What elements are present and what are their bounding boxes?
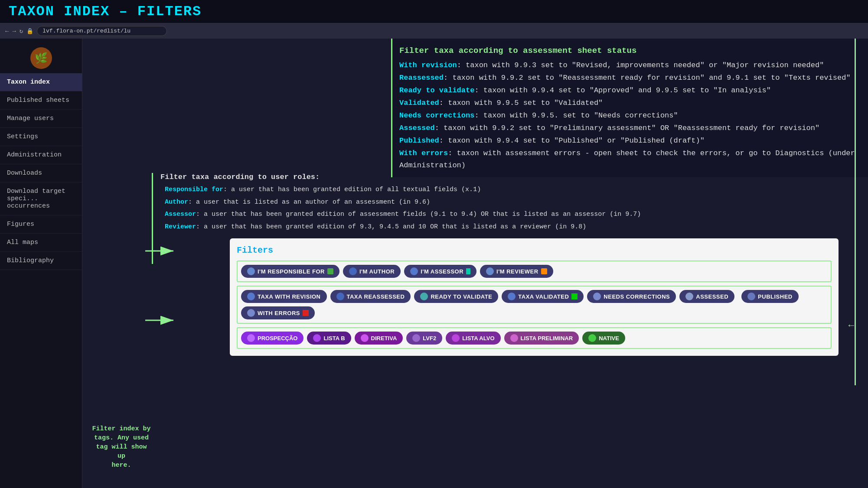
filter-listaalvo-btn[interactable]: LISTA ALVO: [446, 332, 500, 345]
sidebar-item-label: Taxon index: [7, 78, 50, 86]
sidebar-item-label: Figures: [7, 221, 34, 228]
main-layout: 🌿 Taxon index Published sheets Manage us…: [0, 39, 868, 488]
filter-reviewer-btn[interactable]: I'M REVIEWER: [480, 265, 553, 278]
sidebar-item-bibliography[interactable]: Bibliography: [0, 252, 82, 270]
filter-lvf2-btn[interactable]: LVF2: [406, 332, 442, 345]
filter-status-tooltip: Filter taxa according to assessment shee…: [391, 39, 868, 177]
sidebar-item-label: Downloads: [7, 169, 42, 177]
sidebar-item-label: All maps: [7, 239, 38, 246]
browser-bar: ← → ↻ 🔒 lvf.flora-on.pt/redlist/lu: [0, 23, 868, 39]
lock-icon: 🔒: [26, 28, 33, 35]
status-filter-row: TAXA WITH REVISION TAXA REASSESSED READY…: [237, 286, 832, 324]
tooltip-item-3: Ready to validate: taxon with 9.9.4 set …: [399, 85, 861, 97]
tooltip-item-5: Needs corrections: taxon with 9.9.5. set…: [399, 110, 861, 122]
tooltip-item-8: With errors: taxon with assessment error…: [399, 147, 861, 172]
user-roles-title: Filter taxa according to user roles:: [160, 173, 847, 181]
sidebar: 🌿 Taxon index Published sheets Manage us…: [0, 39, 82, 488]
filter-diretiva-btn[interactable]: DIRETIVA: [355, 332, 403, 345]
sidebar-item-figures[interactable]: Figures: [0, 215, 82, 234]
url-bar[interactable]: lvf.flora-on.pt/redlist/lu: [37, 26, 167, 36]
filter-published-btn[interactable]: PUBLISHED: [741, 290, 799, 303]
filter-corrections-btn[interactable]: NEEDS CORRECTIONS: [587, 290, 676, 303]
filter-assessed-btn[interactable]: ASSESSED: [679, 290, 734, 303]
forward-button[interactable]: →: [12, 28, 16, 35]
filters-panel: Filters I'M RESPONSIBLE FOR I'M AUTHOR: [230, 238, 839, 356]
title-bar: Taxon index – filters: [0, 0, 868, 23]
sidebar-item-administration[interactable]: Administration: [0, 146, 82, 164]
tooltip-item-2: Reassessed: taxon with 9.9.2 set to "Rea…: [399, 72, 861, 85]
sidebar-item-manage-users[interactable]: Manage users: [0, 110, 82, 128]
sidebar-item-published-sheets[interactable]: Published sheets: [0, 91, 82, 110]
sidebar-item-label: Administration: [7, 151, 62, 159]
filter-revision-btn[interactable]: TAXA WITH REVISION: [241, 290, 327, 303]
tag-filter-row: PROSPECÇÃO LISTA B DIRETIVA: [237, 327, 832, 349]
filter-listab-btn[interactable]: LISTA B: [307, 332, 351, 345]
tooltip-item-1: With revision: taxon with 9.9.3 set to "…: [399, 59, 861, 72]
filter-author-btn[interactable]: I'M AUTHOR: [343, 265, 401, 278]
sidebar-logo: 🌿: [30, 47, 52, 69]
back-button[interactable]: ←: [5, 28, 9, 35]
filter-native-btn[interactable]: NATIVE: [582, 332, 625, 345]
filter-errors-btn[interactable]: WITH ERRORS: [241, 306, 315, 319]
content-area: Filter taxa according to assessment shee…: [82, 39, 868, 488]
sidebar-item-label: Manage users: [7, 115, 54, 122]
tooltip-item-6: Assessed: taxon with 9.9.2 set to "Preli…: [399, 122, 861, 135]
sidebar-item-all-maps[interactable]: All maps: [0, 234, 82, 252]
tooltip-title: Filter taxa according to assessment shee…: [399, 44, 861, 58]
sidebar-item-label: Download target speci... occurrences: [7, 188, 65, 210]
filter-validate-btn[interactable]: READY TO VALIDATE: [414, 290, 498, 303]
tooltip-item-4: Validated: taxon with 9.9.5 set to "Vali…: [399, 97, 861, 110]
refresh-button[interactable]: ↻: [20, 27, 23, 35]
sidebar-item-settings[interactable]: Settings: [0, 128, 82, 146]
filter-prosp-btn[interactable]: PROSPECÇÃO: [241, 332, 303, 345]
page-title: Taxon index – filters: [9, 3, 202, 20]
filter-validated-btn[interactable]: TAXA VALIDATED: [502, 290, 584, 303]
filter-assessor-btn[interactable]: I'M ASSESSOR: [404, 265, 476, 278]
filter-preliminar-btn[interactable]: LISTA PRELIMINAR: [504, 332, 579, 345]
filter-reassessed-btn[interactable]: TAXA REASSESSED: [330, 290, 411, 303]
filter-responsible-btn[interactable]: I'M RESPONSIBLE FOR: [241, 265, 339, 278]
role-filter-row: I'M RESPONSIBLE FOR I'M AUTHOR I'M ASSES…: [237, 260, 832, 282]
sidebar-item-download-target[interactable]: Download target speci... occurrences: [0, 182, 82, 215]
sidebar-item-label: Published sheets: [7, 97, 69, 104]
role-descriptions: Responsible for: a user that has been gr…: [165, 184, 847, 233]
sidebar-item-label: Bibliography: [7, 257, 54, 264]
sidebar-item-downloads[interactable]: Downloads: [0, 164, 82, 182]
sidebar-item-taxon-index[interactable]: Taxon index: [0, 73, 82, 91]
filters-panel-title: Filters: [237, 245, 832, 255]
tooltip-item-7: Published: taxon with 9.9.4 set to "Publ…: [399, 135, 861, 147]
sidebar-item-label: Settings: [7, 133, 38, 140]
